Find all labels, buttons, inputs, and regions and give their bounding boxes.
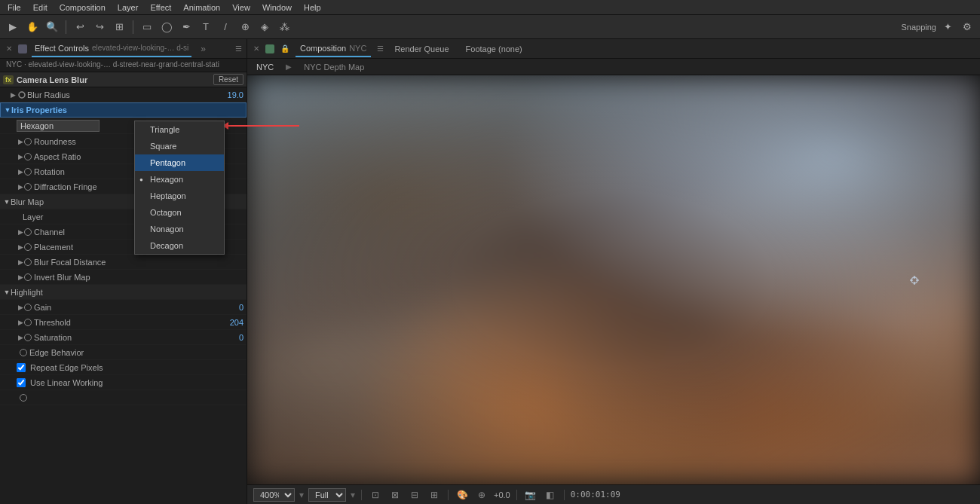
empty-icon <box>20 394 27 402</box>
menu-help[interactable]: Help <box>302 3 323 12</box>
panel-close-btn[interactable]: ✕ <box>5 44 14 53</box>
roundness-expand: ▶ <box>17 138 24 145</box>
lock-icon: 🔒 <box>279 44 291 53</box>
option-triangle[interactable]: Triangle <box>135 121 224 138</box>
iris-properties-row[interactable]: ▼ Iris Properties <box>0 102 247 118</box>
comp-panel-icon <box>265 44 274 53</box>
shape-dropdown[interactable]: Hexagon <box>17 120 100 132</box>
placement-icon <box>24 243 32 251</box>
menu-window[interactable]: Window <box>261 3 293 12</box>
blur-radius-value: 19.0 <box>213 90 243 99</box>
option-heptagon[interactable]: Heptagon <box>135 188 224 204</box>
snapshot-btn[interactable]: 📷 <box>523 487 538 502</box>
crosshair-icon <box>909 275 920 286</box>
magnet-icon[interactable]: ⚙ <box>959 19 975 35</box>
pin-tool[interactable]: ⊕ <box>237 19 253 35</box>
pen-tool[interactable]: ✒ <box>178 19 194 35</box>
footage-btn[interactable]: Footage (none) <box>460 43 528 55</box>
option-decagon[interactable]: Decagon <box>135 237 224 254</box>
edge-icon <box>20 349 27 356</box>
menu-composition[interactable]: Composition <box>58 3 107 12</box>
status-sep-2 <box>448 490 449 500</box>
select-tool[interactable]: ▶ <box>5 19 21 35</box>
tab-title: elevated-view-looking-… d-si <box>92 44 188 52</box>
undo-btn[interactable]: ↩ <box>72 19 88 35</box>
camera-lens-blur-header[interactable]: fx Camera Lens Blur Reset <box>0 72 247 87</box>
panel-expand-btn[interactable]: » <box>201 44 206 54</box>
sub-tab-nyc-depth[interactable]: NYC Depth Map <box>301 61 367 73</box>
exposure-btn[interactable]: ⊕ <box>474 487 489 502</box>
linear-working-label: Use Linear Working <box>30 378 103 387</box>
invert-blur-row[interactable]: ▶ Invert Blur Map <box>0 270 247 285</box>
blur-radius-icon <box>17 90 27 100</box>
option-octagon[interactable]: Octagon <box>135 204 224 221</box>
comp-close-btn[interactable]: ✕ <box>252 44 261 53</box>
menu-effect[interactable]: Effect <box>149 3 173 12</box>
redo-btn[interactable]: ↪ <box>91 19 108 35</box>
feather-tool[interactable]: ⁂ <box>276 19 292 35</box>
separator-1 <box>66 20 66 34</box>
hand-tool[interactable]: ✋ <box>24 19 41 35</box>
effect-controls-tab[interactable]: Effect Controls elevated-view-looking-… … <box>32 41 191 57</box>
option-hexagon[interactable]: Hexagon <box>135 171 224 188</box>
threshold-row[interactable]: ▶ Threshold 204 <box>0 315 247 330</box>
menu-layer[interactable]: Layer <box>116 3 140 12</box>
menu-edit[interactable]: Edit <box>32 3 49 12</box>
rect-tool[interactable]: ▭ <box>139 19 155 35</box>
composition-tab[interactable]: Composition NYC <box>296 41 371 57</box>
zoom-select[interactable]: 400% <box>253 488 295 502</box>
sub-tab-nyc[interactable]: NYC <box>253 61 277 73</box>
color-picker-btn[interactable]: 🎨 <box>455 487 470 502</box>
saturation-icon <box>24 334 32 341</box>
highlight-row[interactable]: ▼ Highlight <box>0 285 247 300</box>
invert-icon <box>24 273 32 281</box>
ellipse-tool[interactable]: ◯ <box>158 19 175 35</box>
menu-file[interactable]: File <box>6 3 23 12</box>
diffraction-expand: ▶ <box>17 183 24 191</box>
arrow-line <box>228 125 299 127</box>
text-tool[interactable]: T <box>198 19 214 35</box>
frame-forward-btn[interactable]: ⊠ <box>387 487 403 502</box>
menu-view[interactable]: View <box>231 3 252 12</box>
fill-tool[interactable]: ◈ <box>256 19 273 35</box>
option-nonagon[interactable]: Nonagon <box>135 221 224 237</box>
status-bar: 400% ▾ Full ▾ ⊡ ⊠ ⊟ ⊞ 🎨 ⊕ +0.0 📷 ◧ 0:00:… <box>247 484 980 504</box>
saturation-row[interactable]: ▶ Saturation 0 <box>0 330 247 345</box>
comp-menu-icon[interactable]: ☰ <box>377 44 384 53</box>
safe-zones-btn[interactable]: ⊞ <box>427 487 442 502</box>
composition-viewer <box>247 75 980 484</box>
brush-tool[interactable]: / <box>217 19 234 35</box>
panel-menu-btn[interactable]: ☰ <box>235 44 242 53</box>
comp-name: NYC <box>349 44 366 53</box>
edge-label: Edge Behavior <box>29 348 243 357</box>
frame-back-btn[interactable]: ⊡ <box>368 487 383 502</box>
blur-radius-row[interactable]: ▶ Blur Radius 19.0 <box>0 87 247 102</box>
snap-icon[interactable]: ✦ <box>939 19 956 35</box>
rotation-expand: ▶ <box>17 168 24 176</box>
edge-behavior-row[interactable]: Edge Behavior <box>0 345 247 360</box>
threshold-expand: ▶ <box>17 319 24 326</box>
channel-expand: ▶ <box>17 228 24 236</box>
focal-label: Blur Focal Distance <box>34 258 243 267</box>
linear-working-checkbox[interactable] <box>17 378 26 387</box>
render-queue-btn[interactable]: Render Queue <box>388 43 455 55</box>
menu-bar: File Edit Composition Layer Effect Anima… <box>0 0 980 15</box>
zoom-arrow-icon: ▾ <box>299 490 304 500</box>
option-square[interactable]: Square <box>135 138 224 154</box>
red-arrow <box>222 122 299 130</box>
zoom-tool[interactable]: 🔍 <box>44 19 60 35</box>
show-snapshot-btn[interactable]: ◧ <box>543 487 558 502</box>
coord-display: +0.0 <box>494 490 510 499</box>
option-pentagon[interactable]: Pentagon <box>135 154 224 171</box>
menu-animation[interactable]: Animation <box>182 3 222 12</box>
grid-overlay-btn[interactable]: ⊟ <box>407 487 422 502</box>
blur-focal-row[interactable]: ▶ Blur Focal Distance <box>0 255 247 270</box>
gain-row[interactable]: ▶ Gain 0 <box>0 300 247 315</box>
grid-btn[interactable]: ⊞ <box>111 19 127 35</box>
repeat-edge-checkbox[interactable] <box>17 363 26 372</box>
reset-btn[interactable]: Reset <box>213 74 243 85</box>
effect-name: Camera Lens Blur <box>17 75 87 84</box>
quality-select[interactable]: Full <box>308 488 346 502</box>
comp-vignette <box>247 75 980 484</box>
blur-map-expand: ▼ <box>3 198 11 206</box>
